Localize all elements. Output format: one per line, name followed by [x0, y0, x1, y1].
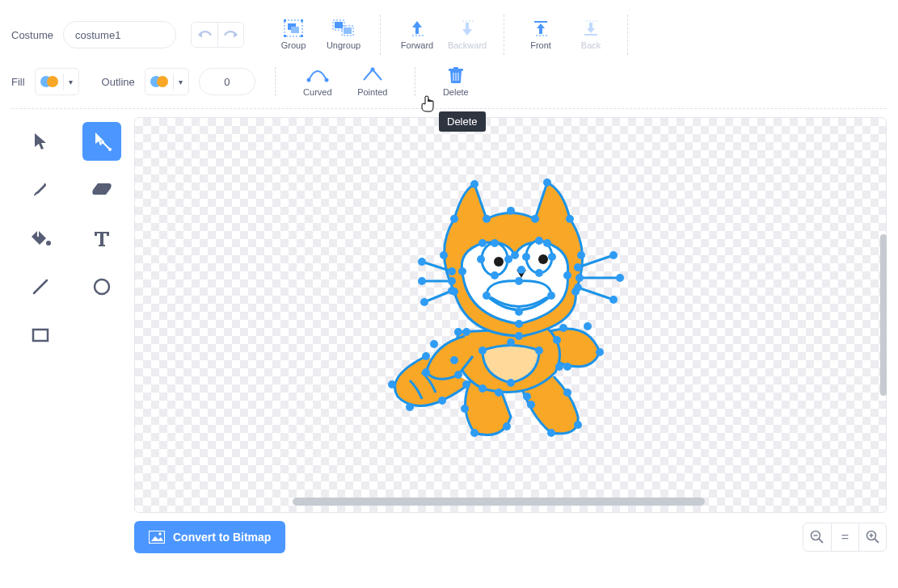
chevron-down-icon: ▾	[64, 78, 78, 86]
svg-rect-34	[33, 330, 48, 341]
select-tool[interactable]	[21, 122, 60, 161]
svg-point-76	[515, 277, 523, 285]
svg-point-56	[515, 332, 523, 340]
front-button[interactable]: Front	[516, 11, 566, 58]
svg-line-122	[819, 539, 823, 543]
svg-point-87	[574, 263, 582, 271]
svg-point-45	[470, 180, 479, 188]
convert-label: Convert to Bitmap	[173, 531, 271, 544]
reshape-tool[interactable]	[82, 122, 121, 161]
front-icon	[531, 19, 550, 37]
svg-point-23	[370, 68, 374, 72]
svg-point-114	[495, 388, 503, 397]
rectangle-tool[interactable]	[21, 316, 60, 355]
svg-point-112	[470, 429, 479, 437]
paint-canvas[interactable]	[134, 117, 887, 513]
svg-point-84	[448, 267, 456, 275]
svg-point-68	[535, 237, 543, 245]
svg-point-108	[406, 403, 414, 411]
ungroup-label: Ungroup	[327, 40, 360, 50]
curved-icon	[306, 66, 329, 84]
pointed-button[interactable]: Pointed	[350, 66, 395, 97]
svg-rect-5	[284, 35, 286, 37]
svg-point-57	[462, 328, 470, 336]
redo-button[interactable]	[217, 23, 243, 47]
svg-rect-3	[284, 19, 286, 22]
svg-point-95	[553, 336, 561, 344]
svg-point-82	[616, 274, 624, 282]
svg-point-100	[430, 340, 438, 348]
svg-point-104	[596, 348, 604, 356]
svg-point-110	[462, 380, 470, 388]
cursor-icon	[420, 95, 435, 113]
circle-tool[interactable]	[82, 267, 121, 306]
text-tool[interactable]	[82, 219, 121, 258]
line-tool[interactable]	[21, 267, 60, 306]
eraser-tool[interactable]	[82, 170, 121, 209]
fill-swatch[interactable]: ▾	[35, 68, 79, 95]
svg-point-33	[95, 279, 109, 294]
svg-point-85	[448, 277, 456, 285]
svg-point-75	[547, 292, 555, 300]
svg-line-44	[578, 288, 613, 300]
svg-point-105	[563, 363, 571, 371]
svg-point-54	[577, 251, 585, 259]
svg-point-80	[420, 298, 428, 306]
zoom-reset-button[interactable]: =	[831, 523, 858, 551]
chevron-down-icon: ▾	[174, 78, 188, 86]
svg-point-90	[454, 328, 462, 336]
convert-to-bitmap-button[interactable]: Convert to Bitmap	[134, 521, 285, 553]
brush-tool[interactable]	[21, 170, 60, 209]
svg-point-71	[548, 253, 556, 261]
zoom-out-button[interactable]	[803, 523, 831, 551]
pointed-icon	[361, 66, 384, 84]
costume-label: Costume	[11, 29, 53, 41]
svg-point-88	[575, 274, 584, 282]
backward-button[interactable]: Backward	[442, 11, 492, 58]
costume-name-input[interactable]	[63, 21, 176, 48]
svg-point-96	[479, 346, 487, 355]
outline-label: Outline	[102, 76, 135, 88]
svg-point-107	[388, 380, 396, 388]
svg-point-72	[517, 266, 525, 274]
svg-rect-119	[149, 531, 165, 544]
svg-point-66	[477, 255, 485, 263]
svg-point-89	[574, 284, 582, 292]
outline-width-input[interactable]	[199, 68, 255, 95]
svg-point-78	[418, 258, 426, 266]
delete-tooltip: Delete	[439, 111, 486, 132]
pointed-label: Pointed	[357, 87, 387, 97]
delete-button[interactable]: Delete	[435, 66, 477, 97]
sprite-artwork[interactable]	[377, 174, 643, 454]
fill-tool[interactable]	[21, 219, 60, 258]
svg-point-70	[522, 253, 530, 261]
svg-point-99	[507, 379, 515, 387]
svg-point-111	[461, 405, 469, 413]
trash-icon	[448, 66, 464, 84]
svg-rect-25	[453, 67, 458, 69]
ungroup-button[interactable]: Ungroup	[318, 11, 369, 58]
zoom-in-button[interactable]	[858, 523, 886, 551]
group-button[interactable]: Group	[268, 11, 318, 58]
forward-button[interactable]: Forward	[392, 11, 442, 58]
back-button[interactable]: Back	[566, 11, 616, 58]
undo-button[interactable]	[192, 23, 217, 47]
svg-point-118	[563, 388, 571, 397]
fill-label: Fill	[11, 76, 25, 88]
svg-point-38	[538, 254, 548, 264]
svg-point-31	[46, 241, 51, 246]
svg-point-67	[504, 255, 512, 263]
outline-swatch[interactable]: ▾	[145, 68, 189, 95]
curved-button[interactable]: Curved	[295, 66, 340, 97]
horizontal-scrollbar[interactable]	[293, 498, 705, 506]
svg-point-91	[450, 356, 458, 364]
svg-point-22	[324, 78, 328, 82]
svg-point-73	[483, 292, 491, 300]
svg-point-52	[440, 251, 448, 259]
svg-point-63	[563, 271, 571, 279]
group-label: Group	[281, 40, 306, 50]
fill-color-icon	[36, 69, 63, 94]
svg-point-81	[609, 251, 618, 259]
svg-rect-6	[301, 35, 303, 37]
vertical-scrollbar[interactable]	[880, 234, 887, 396]
